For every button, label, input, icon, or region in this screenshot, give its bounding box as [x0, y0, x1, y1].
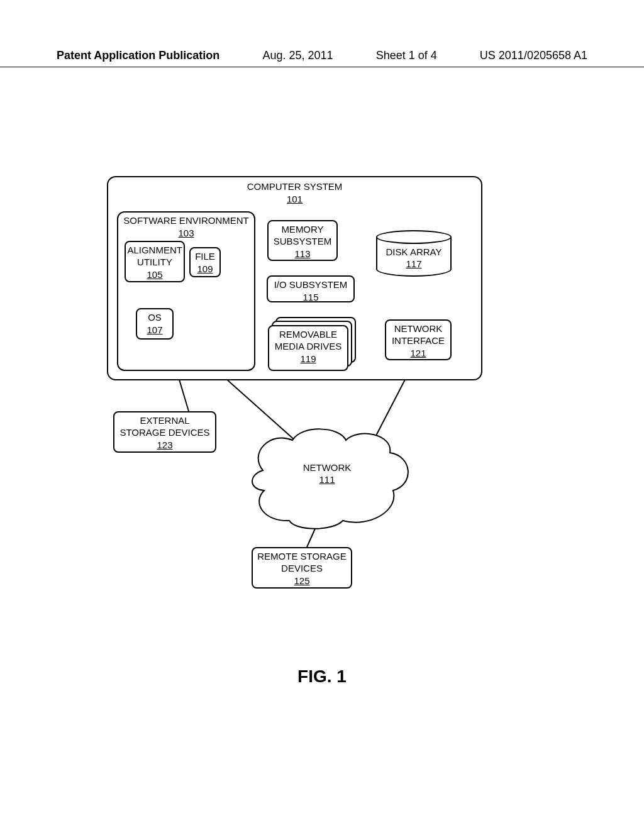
block-ref: 105	[147, 269, 162, 281]
block-ref: 107	[147, 324, 162, 336]
block-label: OS	[148, 312, 162, 324]
remote-storage-block: REMOTE STORAGE DEVICES 125	[252, 547, 352, 589]
network-interface-block: NETWORK INTERFACE 121	[385, 319, 452, 360]
block-label: COMPUTER SYSTEM	[247, 181, 343, 193]
block-label: NETWORK INTERFACE	[390, 323, 447, 347]
block-ref: 125	[294, 575, 309, 587]
block-label: I/O SUBSYSTEM	[274, 279, 348, 291]
removable-media-block: REMOVABLE MEDIA DRIVES 119	[268, 325, 348, 371]
header-divider	[0, 67, 644, 67]
block-label: REMOVABLE MEDIA DRIVES	[273, 329, 343, 353]
page-header: Patent Application Publication Aug. 25, …	[0, 49, 644, 69]
block-label: EXTERNAL STORAGE DEVICES	[118, 415, 211, 439]
block-label: MEMORY SUBSYSTEM	[272, 224, 333, 248]
os-block: OS 107	[136, 308, 174, 340]
block-ref: 121	[410, 348, 426, 360]
header-left: Patent Application Publication	[57, 49, 219, 62]
figure-label: FIG. 1	[0, 667, 644, 687]
block-ref: 109	[197, 263, 213, 275]
block-ref: 111	[319, 474, 335, 485]
software-environment-block: SOFTWARE ENVIRONMENT 103	[117, 211, 255, 371]
block-label: DISK ARRAY	[386, 246, 442, 257]
block-label: SOFTWARE ENVIRONMENT	[123, 215, 248, 227]
external-storage-block: EXTERNAL STORAGE DEVICES 123	[113, 411, 216, 453]
block-label: REMOTE STORAGE DEVICES	[257, 551, 347, 575]
block-ref: 115	[303, 292, 318, 304]
block-ref: 103	[178, 228, 194, 240]
block-ref: 117	[406, 258, 421, 269]
header-sheet: Sheet 1 of 4	[376, 49, 437, 62]
network-cloud-block: NETWORK 111	[270, 462, 384, 486]
alignment-utility-block: ALIGNMENT UTILITY 105	[125, 241, 185, 282]
memory-subsystem-block: MEMORY SUBSYSTEM 113	[267, 220, 338, 261]
block-ref: 119	[300, 353, 316, 365]
header-date: Aug. 25, 2011	[262, 49, 333, 62]
block-ref: 101	[287, 194, 303, 206]
block-label: NETWORK	[303, 462, 352, 473]
header-pubno: US 2011/0205658 A1	[480, 49, 587, 62]
io-subsystem-block: I/O SUBSYSTEM 115	[267, 275, 355, 302]
block-ref: 123	[157, 440, 172, 451]
block-label: FILE	[195, 251, 215, 263]
diagram-canvas: COMPUTER SYSTEM 101 SOFTWARE ENVIRONMENT…	[107, 176, 484, 629]
disk-array-block: DISK ARRAY 117	[376, 230, 452, 277]
file-block: FILE 109	[189, 247, 221, 277]
svg-line-8	[307, 523, 318, 547]
block-ref: 113	[294, 248, 310, 260]
block-label: ALIGNMENT UTILITY	[127, 245, 182, 268]
